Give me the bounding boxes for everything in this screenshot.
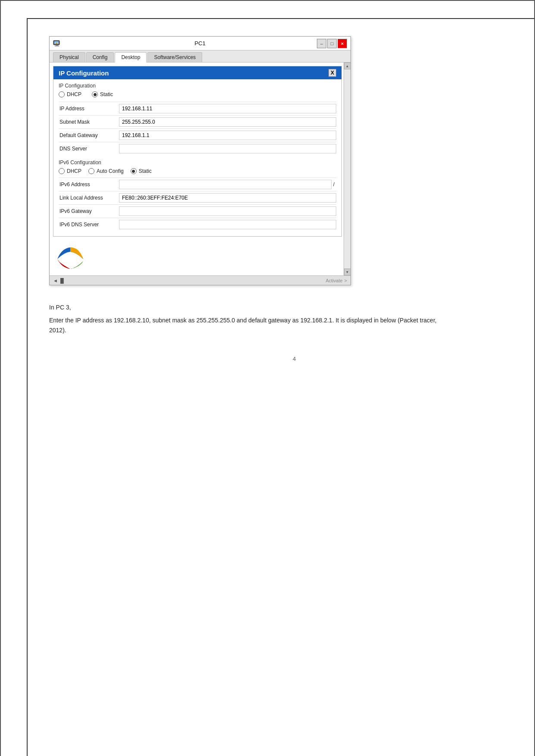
link-local-address-input[interactable] [119, 193, 336, 203]
intro-paragraph: In PC 3, [49, 303, 437, 312]
ipv6-dhcp-radio-item[interactable]: DHCP [59, 168, 81, 174]
ipv6-static-radio-item[interactable]: Static [131, 168, 152, 174]
dhcp-radio-label: DHCP [67, 91, 81, 97]
ipv6-gateway-label: IPv6 Gateway [59, 208, 119, 214]
tab-desktop[interactable]: Desktop [115, 52, 147, 62]
subnet-mask-input[interactable] [119, 117, 336, 127]
dhcp-radio-circle[interactable] [59, 91, 65, 97]
window-title: PC1 [50, 40, 350, 47]
dns-server-row: DNS Server [59, 142, 336, 155]
status-right-area: Activate > [325, 278, 347, 283]
ipv6-gateway-input[interactable] [119, 206, 336, 216]
ipv6-config-section-label: IPv6 Configuration [59, 159, 336, 166]
status-indicator: █ [60, 278, 64, 283]
static-radio-label: Static [100, 91, 113, 97]
ipv6-section-divider: IPv6 Configuration [59, 159, 336, 166]
ipv6-autoconfig-label: Auto Config [97, 168, 124, 174]
body-text: In PC 3, Enter the IP address as 192.168… [49, 303, 437, 338]
close-button[interactable]: × [338, 39, 347, 48]
dhcp-radio-item[interactable]: DHCP [59, 91, 81, 97]
ipv6-dns-server-input[interactable] [119, 220, 336, 229]
ipv6-autoconfig-radio-item[interactable]: Auto Config [88, 168, 124, 174]
ip-config-box: IP Configuration X IP Configuration DHCP [53, 66, 342, 237]
ip-address-label: IP Address [59, 106, 119, 112]
link-local-address-row: Link Local Address [59, 191, 336, 204]
ipv6-address-row: IPv6 Address / [59, 178, 336, 191]
ip-config-section-label: IP Configuration [59, 83, 336, 89]
ipv6-static-label: Static [139, 168, 152, 174]
dns-server-input[interactable] [119, 144, 336, 153]
ip-config-header: IP Configuration X [53, 66, 341, 79]
ipv6-dns-server-row: IPv6 DNS Server [59, 218, 336, 231]
ipv6-dhcp-label: DHCP [67, 168, 81, 174]
ip-mode-radio-row: DHCP Static [59, 91, 336, 97]
ipv6-static-radio-circle[interactable] [131, 168, 137, 174]
tab-software-services[interactable]: Software/Services [147, 52, 202, 62]
window-controls: – □ × [317, 39, 347, 48]
default-gateway-label: Default Gateway [59, 132, 119, 138]
default-gateway-row: Default Gateway [59, 128, 336, 142]
logo-area [53, 242, 342, 272]
document: PC1 – □ × Physical Config Desktop Softwa… [27, 18, 535, 756]
ip-config-title: IP Configuration [59, 69, 109, 77]
tab-physical[interactable]: Physical [53, 52, 85, 62]
title-bar: PC1 – □ × [50, 37, 350, 50]
static-radio-circle[interactable] [92, 91, 98, 97]
page-content: PC1 – □ × Physical Config Desktop Softwa… [49, 36, 535, 756]
ipv6-autoconfig-radio-circle[interactable] [88, 168, 94, 174]
status-bar: ◄ █ Activate > [50, 275, 350, 285]
ipv6-address-input[interactable] [119, 180, 332, 189]
ip-config-close-button[interactable]: X [329, 69, 336, 77]
ipv6-radio-row: DHCP Auto Config Static [59, 168, 336, 174]
description-paragraph: Enter the IP address as 192.168.2.10, su… [49, 316, 437, 335]
ipv6-dhcp-radio-circle[interactable] [59, 168, 65, 174]
ip-address-input[interactable] [119, 104, 336, 113]
tab-config[interactable]: Config [86, 52, 114, 62]
status-left: ◄ █ [53, 278, 64, 283]
window-content: IP Configuration X IP Configuration DHCP [50, 62, 350, 275]
default-gateway-input[interactable] [119, 131, 336, 140]
status-arrow: > [344, 278, 347, 283]
minimize-button[interactable]: – [317, 39, 326, 48]
ip-address-row: IP Address [59, 102, 336, 115]
tab-bar: Physical Config Desktop Software/Service… [50, 50, 350, 62]
scroll-up-button[interactable]: ▲ [344, 62, 351, 69]
maximize-button[interactable]: □ [327, 39, 337, 48]
page-number: 4 [49, 356, 535, 362]
ipv6-address-label: IPv6 Address [59, 181, 119, 187]
link-local-address-label: Link Local Address [59, 195, 119, 201]
static-radio-item[interactable]: Static [92, 91, 113, 97]
cisco-logo-icon [53, 244, 88, 272]
svg-point-6 [63, 253, 78, 266]
status-bar-left-text: ◄ [53, 278, 58, 283]
ipv6-gateway-row: IPv6 Gateway [59, 204, 336, 218]
activate-text: Activate [325, 278, 342, 283]
scroll-down-button[interactable]: ▼ [344, 269, 351, 275]
ipv6-slash: / [332, 181, 336, 187]
ipv6-dns-server-label: IPv6 DNS Server [59, 222, 119, 228]
subnet-mask-label: Subnet Mask [59, 119, 119, 125]
pc1-window: PC1 – □ × Physical Config Desktop Softwa… [49, 36, 351, 285]
subnet-mask-row: Subnet Mask [59, 115, 336, 128]
dns-server-label: DNS Server [59, 146, 119, 152]
scrollbar-track[interactable]: ▲ ▼ [344, 62, 350, 275]
ip-config-inner: IP Configuration DHCP Static [53, 79, 341, 236]
